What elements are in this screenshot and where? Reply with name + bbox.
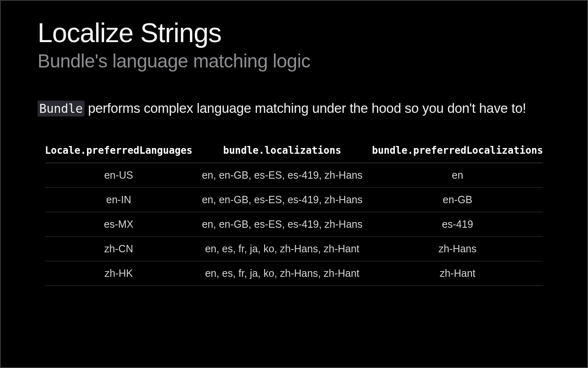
language-matching-table: Locale.preferredLanguages bundle.localiz…: [45, 141, 543, 286]
table-row: es-MX en, en-GB, es-ES, es-419, zh-Hans …: [45, 212, 543, 237]
cell-preferred-localizations: en: [372, 163, 543, 188]
table-row: zh-CN en, es, fr, ja, ko, zh-Hans, zh-Ha…: [45, 237, 543, 261]
cell-preferred-localizations: es-419: [372, 212, 543, 237]
cell-localizations: en, es, fr, ja, ko, zh-Hans, zh-Hant: [192, 237, 372, 261]
code-token-bundle: Bundle: [38, 101, 85, 117]
slide-container: Localize Strings Bundle's language match…: [1, 1, 587, 286]
header-localizations: bundle.localizations: [192, 141, 372, 163]
table-row: en-US en, en-GB, es-ES, es-419, zh-Hans …: [45, 163, 543, 188]
cell-localizations: en, en-GB, es-ES, es-419, zh-Hans: [192, 212, 372, 237]
cell-preferred-languages: es-MX: [45, 212, 192, 237]
table-wrapper: Locale.preferredLanguages bundle.localiz…: [38, 141, 550, 286]
cell-preferred-localizations: en-GB: [372, 188, 543, 212]
table-header-row: Locale.preferredLanguages bundle.localiz…: [45, 141, 543, 163]
table-row: en-IN en, en-GB, es-ES, es-419, zh-Hans …: [45, 188, 543, 212]
cell-preferred-localizations: zh-Hant: [372, 261, 543, 286]
cell-localizations: en, en-GB, es-ES, es-419, zh-Hans: [192, 188, 372, 212]
slide-description: Bundle performs complex language matchin…: [38, 101, 550, 116]
description-text: performs complex language matching under…: [85, 101, 526, 116]
cell-preferred-languages: en-US: [45, 163, 192, 188]
cell-preferred-languages: en-IN: [45, 188, 192, 212]
cell-preferred-languages: zh-CN: [45, 237, 192, 261]
slide-subtitle: Bundle's language matching logic: [38, 50, 550, 72]
header-preferred-localizations: bundle.preferredLocalizations: [372, 141, 543, 163]
table-body: en-US en, en-GB, es-ES, es-419, zh-Hans …: [45, 163, 543, 286]
cell-localizations: en, en-GB, es-ES, es-419, zh-Hans: [192, 163, 372, 188]
cell-preferred-localizations: zh-Hans: [372, 237, 543, 261]
header-preferred-languages: Locale.preferredLanguages: [45, 141, 192, 163]
table-row: zh-HK en, es, fr, ja, ko, zh-Hans, zh-Ha…: [45, 261, 543, 286]
slide-title: Localize Strings: [38, 17, 550, 48]
cell-localizations: en, es, fr, ja, ko, zh-Hans, zh-Hant: [192, 261, 372, 286]
cell-preferred-languages: zh-HK: [45, 261, 192, 286]
